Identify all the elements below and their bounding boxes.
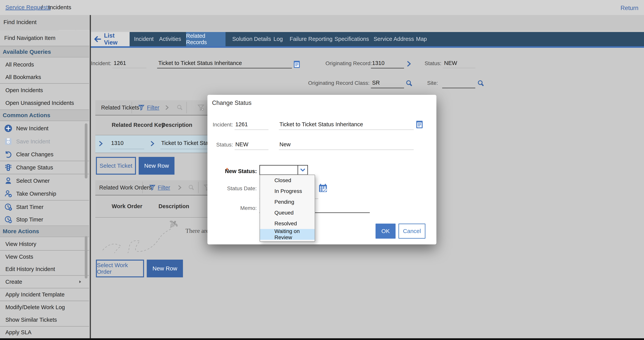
originating-record-class-value[interactable]: SR (372, 80, 380, 86)
expand-chevron-icon[interactable] (164, 105, 170, 110)
sidebar-item-view-costs[interactable]: View Costs (0, 251, 89, 263)
tab-map[interactable]: Map (416, 36, 427, 42)
traffic-light-icon (4, 163, 12, 172)
save-icon (4, 137, 12, 146)
new-row-button-work-orders[interactable]: New Row (147, 260, 183, 277)
sidebar-item-save-incident: Save Incident (0, 135, 89, 148)
tab-list-view[interactable]: List View (91, 32, 130, 46)
option-waiting-on-review[interactable]: Waiting on Review (260, 229, 315, 240)
incident-value: 1261 (114, 60, 126, 66)
find-navigation-input[interactable] (4, 35, 78, 41)
window-bottom-edge (0, 338, 644, 340)
originating-record-class-lookup-icon[interactable] (405, 79, 413, 87)
long-description-icon[interactable] (294, 61, 300, 68)
option-in-progress[interactable]: In Progress (260, 186, 315, 197)
modal-incident-description: Ticket to Ticket Status Inheritance (280, 121, 363, 128)
field-underline (234, 150, 268, 150)
sidebar-item-label: Save Incident (16, 138, 50, 145)
originating-record-class-label: Originating Record Class: (308, 80, 368, 86)
option-queued[interactable]: Queued (260, 207, 315, 218)
sidebar-item-start-timer[interactable]: Start Timer (0, 200, 89, 214)
back-arrow-icon (94, 35, 101, 43)
long-description-icon[interactable] (416, 120, 423, 129)
tab-activities[interactable]: Activities (159, 36, 181, 42)
site-underline (442, 88, 475, 88)
incident-description-field[interactable]: Ticket to Ticket Status Inheritance (158, 60, 242, 66)
new-status-select[interactable] (260, 165, 308, 175)
sidebar-item-open-unassigned-incidents[interactable]: Open Unassigned Incidents (0, 96, 89, 110)
status-label: Status: (422, 60, 442, 67)
sidebar-item-view-history[interactable]: View History (0, 238, 89, 251)
bar-divider (132, 102, 132, 113)
expand-chevron-icon[interactable] (177, 185, 182, 190)
sidebar-item-open-incidents[interactable]: Open Incidents (0, 84, 89, 96)
related-record-key-value[interactable]: 1310 (111, 140, 124, 146)
site-lookup-icon[interactable] (477, 79, 484, 87)
option-resolved[interactable]: Resolved (260, 218, 315, 229)
sidebar-item-clear-changes[interactable]: Clear Changes (0, 148, 89, 161)
sidebar-item-apply-sla[interactable]: Apply SLA (0, 326, 89, 338)
sidebar-item-take-ownership[interactable]: Take Ownership (0, 187, 89, 200)
dialog-title: Change Status (212, 100, 252, 106)
person-check-icon (4, 190, 12, 198)
tab-solution-details[interactable]: Solution Details (232, 36, 271, 42)
new-row-button-tickets[interactable]: New Row (139, 157, 174, 175)
sidebar-item-select-owner[interactable]: Select Owner (0, 174, 89, 187)
sidebar-item-show-similar-tickets[interactable]: Show Similar Tickets (0, 313, 89, 326)
sidebar-item-change-status[interactable]: Change Status (0, 161, 89, 174)
sidebar-item-label: Take Ownership (16, 191, 56, 197)
option-pending[interactable]: Pending (260, 197, 315, 207)
originating-record-value[interactable]: 1310 (372, 60, 384, 66)
find-incident-input[interactable] (4, 19, 56, 26)
sidebar-item-stop-timer[interactable]: Stop Timer (0, 214, 89, 225)
sidebar-scrollbar-common[interactable] (85, 123, 88, 178)
field-underline (279, 130, 414, 130)
status-underline (443, 68, 475, 68)
tab-list-view-label: List View (104, 32, 130, 46)
filter-funnel-icon[interactable] (138, 104, 145, 111)
column-header-related-record-key: Related Record Key (112, 122, 159, 128)
sidebar-item-all-bookmarks[interactable]: All Bookmarks (0, 71, 89, 84)
modal-incident-label: Incident: (208, 122, 233, 128)
sidebar-scrollbar-more[interactable] (85, 236, 88, 278)
filter-funnel-icon[interactable] (149, 184, 156, 191)
breadcrumb-separator: / (41, 4, 43, 11)
sidebar-item-label: Create (6, 279, 22, 285)
sidebar-item-label: New Incident (16, 125, 48, 132)
originating-record-detail-chevron-icon[interactable] (406, 61, 412, 67)
incident-label: Incident: (88, 60, 111, 67)
cancel-button[interactable]: Cancel (398, 224, 426, 239)
related-tickets-filter-link[interactable]: Filter (147, 105, 159, 111)
calendar-icon[interactable] (319, 183, 327, 192)
sidebar-item-edit-history-incident[interactable]: Edit History Incident (0, 263, 89, 276)
breadcrumb-service-requests-link[interactable]: Service Requests (6, 4, 51, 11)
cell-underline (110, 149, 144, 149)
select-ticket-button[interactable]: Select Ticket (96, 157, 136, 175)
tab-log[interactable]: Log (274, 36, 283, 42)
row-expand-chevron-icon[interactable] (98, 141, 104, 147)
sidebar-item-create[interactable]: Create (0, 276, 89, 288)
sidebar-item-new-incident[interactable]: New Incident (0, 122, 89, 135)
bar-divider (198, 182, 198, 193)
originating-record-label: Originating Record: (326, 60, 368, 67)
tab-specifications[interactable]: Specifications (334, 36, 369, 42)
sidebar-item-all-records[interactable]: All Records (0, 58, 89, 71)
related-work-orders-filter-link[interactable]: Filter (158, 184, 170, 191)
column-header-work-order: Work Order (112, 203, 139, 209)
column-header-description: Description (158, 203, 189, 209)
site-label: Site: (424, 80, 438, 86)
return-link[interactable]: Return (620, 5, 638, 12)
tab-service-address[interactable]: Service Address (374, 36, 414, 42)
select-work-order-button[interactable]: Select Work Order (96, 260, 144, 277)
incident-description-underline (157, 68, 292, 68)
table-search-icon-disabled (188, 184, 195, 191)
tab-failure-reporting[interactable]: Failure Reporting (290, 36, 332, 42)
tab-related-records[interactable]: Related Records (186, 32, 226, 46)
sidebar-item-apply-incident-template[interactable]: Apply Incident Template (0, 288, 89, 301)
option-closed[interactable]: Closed (260, 175, 315, 186)
sidebar-item-modify-delete-work-log[interactable]: Modify/Delete Work Log (0, 301, 89, 313)
ok-button[interactable]: OK (376, 224, 396, 239)
tab-incident[interactable]: Incident (134, 36, 154, 42)
select-chevron-down-icon[interactable] (298, 166, 307, 174)
row-detail-chevron-icon[interactable] (149, 141, 156, 147)
